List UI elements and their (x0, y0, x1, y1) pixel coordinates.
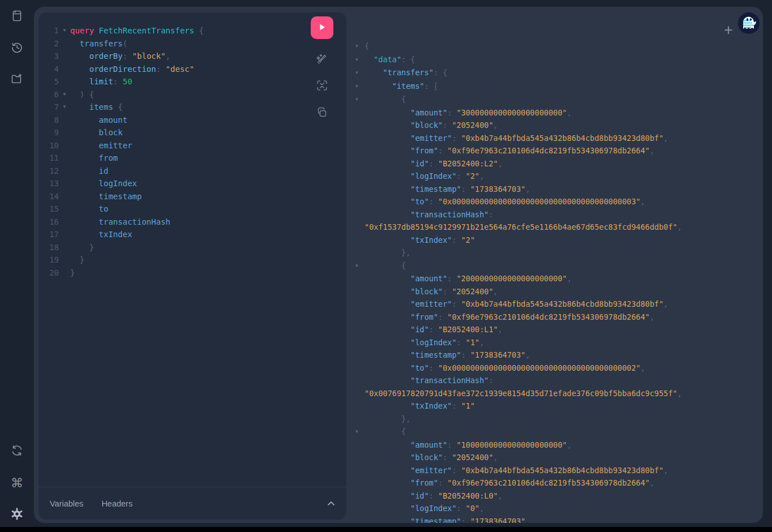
folder-plus-icon (11, 73, 23, 87)
response-line: "id": "B2052400:L1", (355, 323, 758, 336)
response-line: "transactionHash": (355, 208, 758, 221)
response-line: "0x0076917820791d43fae372c1939e8154d35d7… (355, 387, 758, 400)
response-line: "txIndex": "1" (355, 400, 758, 413)
code-line: 2 transfers( (38, 37, 346, 50)
response-line: ▼ { (355, 259, 758, 273)
code-line: 17 txIndex (38, 228, 346, 241)
code-line: 15 to (38, 203, 346, 216)
query-editor[interactable]: 1▼query FetchRecentTransfers {2 transfer… (38, 12, 346, 487)
response-line: "logIndex": "0", (355, 502, 758, 515)
code-line: 1▼query FetchRecentTransfers { (38, 24, 346, 37)
app-root: { "colors": { "page_bg": "#1b2330", "win… (0, 0, 772, 532)
code-line: 3 orderBy: "block", (38, 50, 346, 63)
code-line: 13 logIndex (38, 177, 346, 190)
left-rail: ⌘ (0, 0, 34, 532)
response-line: "id": "B2052400:L2", (355, 157, 758, 170)
response-line: "to": "0x0000000000000000000000000000000… (355, 195, 758, 208)
settings-button[interactable] (7, 505, 27, 524)
editor-footer: Variables Headers (38, 487, 346, 520)
playground-window: 1▼query FetchRecentTransfers {2 transfer… (34, 7, 763, 523)
gear-icon (10, 507, 24, 522)
ghost-logo[interactable] (737, 12, 760, 35)
code-line: 11 from (38, 152, 346, 165)
query-editor-panel: 1▼query FetchRecentTransfers {2 transfer… (38, 12, 346, 520)
response-line: "logIndex": "1", (355, 336, 758, 349)
docs-button[interactable] (7, 7, 27, 26)
copy-button[interactable] (314, 105, 330, 121)
response-line: "0xf1537db85194c9129971b21e564a76cfe5e11… (355, 221, 758, 234)
response-line: "block": "2052400", (355, 119, 758, 132)
response-line: "id": "B2052400:L0", (355, 490, 758, 503)
tab-headers[interactable]: Headers (101, 499, 132, 508)
response-line: "block": "2052400", (355, 451, 758, 464)
play-icon (318, 23, 327, 33)
response-line: "timestamp": "1738364703", (355, 349, 758, 362)
merge-button[interactable] (314, 78, 330, 94)
response-line: ▼{ (355, 40, 758, 53)
tab-variables[interactable]: Variables (50, 499, 83, 508)
code-line: 18 } (38, 241, 346, 254)
code-line: 9 block (38, 126, 346, 139)
response-line: "to": "0x0000000000000000000000000000000… (355, 362, 758, 375)
response-line: "amount": "1000000000000000000000", (355, 439, 758, 452)
refresh-icon (11, 444, 23, 458)
code-line: 4 orderDirection: "desc" (38, 63, 346, 76)
prettify-icon (315, 52, 329, 67)
response-line: "emitter": "0xb4b7a44bfbda545a432b86b4cb… (355, 298, 758, 311)
response-line: "emitter": "0xb4b7a44bfbda545a432b86b4cb… (355, 132, 758, 145)
response-line: ▼ "data": { (355, 53, 758, 67)
response-line: "from": "0xf96e7963c210106d4dc8219fb5343… (355, 144, 758, 157)
refresh-schema-button[interactable] (7, 441, 27, 461)
response-line: "logIndex": "2", (355, 170, 758, 183)
code-line: 8 amount (38, 114, 346, 127)
response-line: }, (355, 413, 758, 426)
response-line: ▼ "items": [ (355, 80, 758, 93)
shortcuts-button[interactable]: ⌘ (7, 473, 27, 492)
screen-edge (0, 527, 772, 532)
run-query-button[interactable] (311, 16, 333, 39)
response-line: "amount": "3000000000000000000000", (355, 106, 758, 119)
response-line: ▼ { (355, 425, 758, 439)
response-viewer[interactable]: ▼{▼ "data": {▼ "transfers": {▼ "items": … (355, 40, 758, 523)
response-line: "transactionHash": (355, 374, 758, 387)
code-line: 14 timestamp (38, 190, 346, 203)
response-line: "block": "2052400", (355, 285, 758, 298)
code-line: 16 transactionHash (38, 216, 346, 229)
code-line: 6▼ ) { (38, 88, 346, 101)
response-line: "from": "0xf96e7963c210106d4dc8219fb5343… (355, 477, 758, 490)
code-line: 10 emitter (38, 139, 346, 152)
add-tab-button[interactable]: + (720, 22, 736, 38)
response-line: }, (355, 246, 758, 259)
chevron-up-icon (327, 499, 335, 508)
code-line: 20} (38, 267, 346, 280)
collapse-footer-button[interactable] (327, 499, 335, 508)
docs-icon (11, 10, 23, 24)
response-line: ▼ { (355, 93, 758, 106)
collections-button[interactable] (7, 70, 27, 89)
response-line: ▼ "transfers": { (355, 66, 758, 80)
code-line: 5 limit: 50 (38, 75, 346, 88)
response-line: "timestamp": "1738364703", (355, 515, 758, 524)
command-icon: ⌘ (11, 476, 23, 490)
copy-icon (316, 106, 328, 121)
response-line: "amount": "2000000000000000000000", (355, 272, 758, 285)
prettify-button[interactable] (314, 52, 330, 67)
code-line: 19 } (38, 254, 346, 267)
code-line: 7▼ items { (38, 101, 346, 114)
code-line: 12 id (38, 165, 346, 178)
response-line: "txIndex": "2" (355, 234, 758, 247)
response-line: "from": "0xf96e7963c210106d4dc8219fb5343… (355, 311, 758, 324)
history-icon (11, 41, 23, 55)
response-line: "timestamp": "1738364703", (355, 183, 758, 196)
response-line: "emitter": "0xb4b7a44bfbda545a432b86b4cb… (355, 464, 758, 477)
history-button[interactable] (7, 38, 27, 58)
merge-icon (315, 79, 329, 94)
